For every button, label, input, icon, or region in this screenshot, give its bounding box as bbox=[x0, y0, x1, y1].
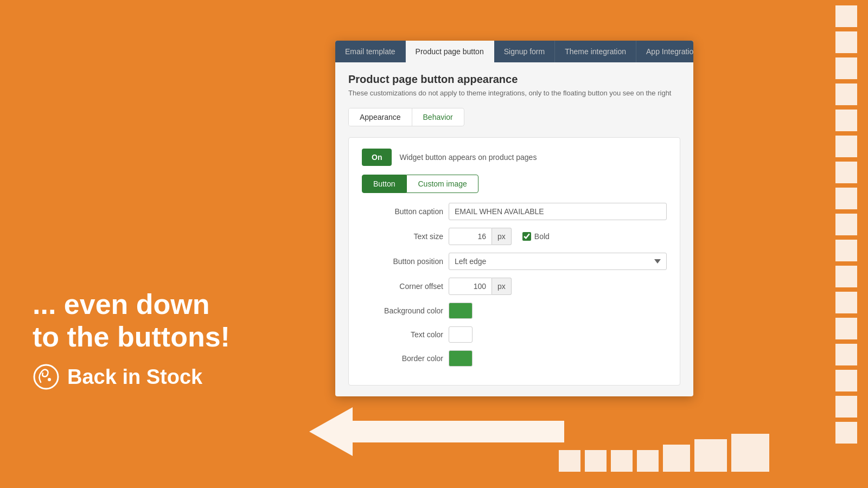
text-size-input-group: px bbox=[449, 228, 512, 245]
deco-bottom-row bbox=[559, 434, 769, 472]
text-size-label: Text size bbox=[362, 232, 443, 241]
text-color-swatch[interactable] bbox=[449, 326, 473, 343]
text-color-row: Text color bbox=[362, 326, 667, 343]
deco-square bbox=[835, 292, 857, 313]
deco-bottom-square bbox=[663, 445, 690, 472]
sub-tab-appearance[interactable]: Appearance bbox=[349, 108, 412, 126]
background-color-label: Background color bbox=[362, 306, 443, 315]
deco-squares-right bbox=[835, 5, 857, 444]
brand-name: Back in Stock bbox=[67, 365, 202, 389]
tab-theme-integration[interactable]: Theme integration bbox=[555, 41, 636, 62]
brand-icon bbox=[33, 363, 60, 390]
arrow-decoration bbox=[309, 407, 564, 458]
deco-square bbox=[835, 396, 857, 418]
border-color-label: Border color bbox=[362, 354, 443, 363]
corner-offset-input-group: px bbox=[449, 278, 512, 295]
tab-app-integrations[interactable]: App Integrations bbox=[636, 41, 693, 62]
bold-checkbox[interactable] bbox=[522, 232, 531, 241]
left-text-block: ... even down to the buttons! Back in St… bbox=[33, 288, 230, 390]
deco-square bbox=[835, 266, 857, 287]
sub-tab-behavior[interactable]: Behavior bbox=[412, 108, 464, 126]
corner-offset-row: Corner offset px bbox=[362, 278, 667, 295]
promo-text: ... even down to the buttons! bbox=[33, 288, 230, 354]
deco-square bbox=[835, 318, 857, 339]
border-color-row: Border color bbox=[362, 350, 667, 367]
text-size-input[interactable] bbox=[449, 228, 492, 245]
brand-block: Back in Stock bbox=[33, 363, 230, 390]
panel-title: Product page button appearance bbox=[348, 73, 680, 86]
deco-square bbox=[835, 110, 857, 131]
deco-square bbox=[835, 162, 857, 183]
deco-square bbox=[835, 5, 857, 27]
svg-point-2 bbox=[48, 378, 51, 381]
toggle-row: On Widget button appears on product page… bbox=[362, 149, 667, 166]
main-tabs: Email template Product page button Signu… bbox=[335, 41, 693, 62]
corner-offset-input[interactable] bbox=[449, 278, 492, 295]
text-color-label: Text color bbox=[362, 330, 443, 339]
tab-signup-form[interactable]: Signup form bbox=[494, 41, 555, 62]
button-position-select[interactable]: Left edge Right edge Center bbox=[449, 253, 667, 270]
deco-square bbox=[835, 136, 857, 157]
ui-panel: Email template Product page button Signu… bbox=[335, 41, 693, 396]
button-type-row: Button Custom image bbox=[362, 175, 667, 193]
deco-square bbox=[835, 240, 857, 261]
background-color-swatch[interactable] bbox=[449, 303, 473, 319]
deco-square bbox=[835, 188, 857, 209]
deco-square bbox=[835, 214, 857, 235]
background-color-row: Background color bbox=[362, 303, 667, 319]
deco-bottom-square bbox=[731, 434, 769, 472]
tab-email-template[interactable]: Email template bbox=[335, 41, 406, 62]
text-size-row: Text size px Bold bbox=[362, 228, 667, 245]
border-color-swatch[interactable] bbox=[449, 350, 473, 367]
settings-area: On Widget button appears on product page… bbox=[348, 137, 680, 386]
deco-square bbox=[835, 344, 857, 365]
panel-body: Product page button appearance These cus… bbox=[335, 62, 693, 396]
button-caption-label: Button caption bbox=[362, 207, 443, 216]
button-position-label: Button position bbox=[362, 257, 443, 266]
deco-bottom-square bbox=[611, 450, 633, 472]
button-position-row: Button position Left edge Right edge Cen… bbox=[362, 253, 667, 270]
toggle-description: Widget button appears on product pages bbox=[399, 153, 537, 162]
deco-square bbox=[835, 57, 857, 79]
bold-label: Bold bbox=[534, 232, 550, 241]
deco-bottom-square bbox=[694, 439, 727, 472]
deco-square bbox=[835, 370, 857, 391]
button-caption-row: Button caption bbox=[362, 203, 667, 220]
deco-bottom-square bbox=[585, 450, 607, 472]
button-caption-input[interactable] bbox=[449, 203, 667, 220]
panel-subtitle: These customizations do not apply to the… bbox=[348, 89, 680, 97]
sub-tabs: Appearance Behavior bbox=[348, 108, 464, 126]
deco-bottom-square bbox=[637, 450, 659, 472]
bold-group: Bold bbox=[522, 232, 550, 241]
deco-square bbox=[835, 31, 857, 53]
on-toggle-button[interactable]: On bbox=[362, 149, 392, 166]
tab-product-page-button[interactable]: Product page button bbox=[406, 41, 494, 62]
deco-square bbox=[835, 422, 857, 444]
corner-offset-unit: px bbox=[492, 278, 512, 295]
corner-offset-label: Corner offset bbox=[362, 282, 443, 291]
deco-square bbox=[835, 84, 857, 105]
svg-marker-0 bbox=[309, 407, 564, 456]
btn-type-custom-image[interactable]: Custom image bbox=[406, 175, 478, 193]
btn-type-button[interactable]: Button bbox=[362, 175, 406, 193]
text-size-unit: px bbox=[492, 228, 512, 245]
